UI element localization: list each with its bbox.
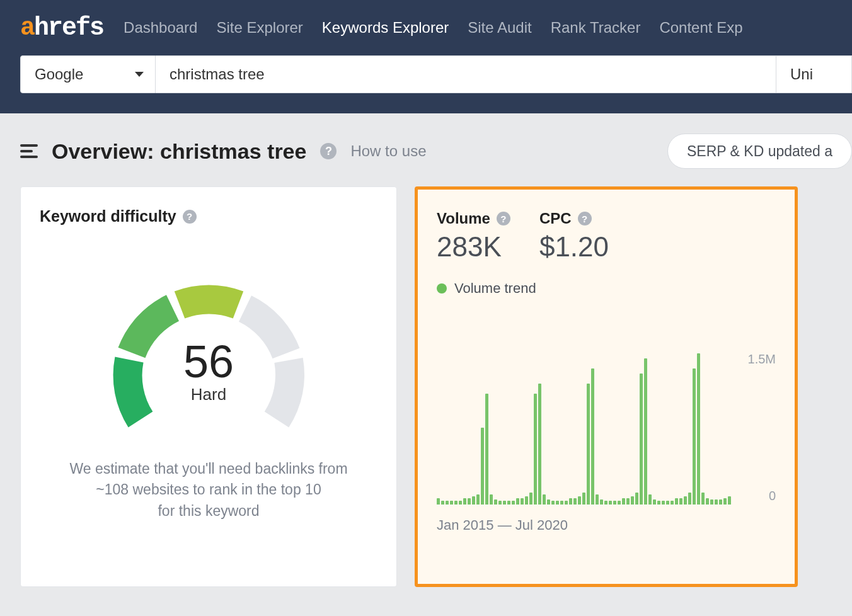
cpc-metric: CPC ? $1.20 xyxy=(539,210,609,263)
help-icon[interactable]: ? xyxy=(578,212,592,225)
gauge-wrap: 56 Hard xyxy=(40,276,377,402)
bar xyxy=(437,498,440,505)
date-range: Jan 2015 — Jul 2020 xyxy=(437,517,776,533)
bar xyxy=(600,499,603,505)
bar xyxy=(503,501,506,505)
bar xyxy=(679,498,682,505)
serp-updated-text: SERP & KD updated a xyxy=(687,143,832,160)
serp-updated-button[interactable]: SERP & KD updated a xyxy=(667,134,852,169)
bar xyxy=(635,493,638,505)
bar xyxy=(604,501,607,505)
help-icon[interactable]: ? xyxy=(497,212,510,225)
bar xyxy=(547,499,550,505)
bar xyxy=(507,501,510,505)
bar xyxy=(498,501,502,505)
bar xyxy=(675,498,678,505)
help-icon[interactable]: ? xyxy=(320,143,337,159)
bar xyxy=(640,374,643,505)
search-engine-select[interactable]: Google xyxy=(20,55,156,93)
volume-label-text: Volume xyxy=(437,210,490,227)
menu-icon[interactable] xyxy=(20,144,38,158)
nav-item-dashboard[interactable]: Dashboard xyxy=(124,19,197,37)
nav-item-rank-tracker[interactable]: Rank Tracker xyxy=(551,19,641,37)
nav-item-content-exp[interactable]: Content Exp xyxy=(659,19,742,37)
bar xyxy=(688,493,691,505)
bar xyxy=(472,496,475,505)
bar xyxy=(521,498,524,505)
chart-legend: Volume trend xyxy=(437,280,776,297)
bar xyxy=(631,496,634,505)
logo[interactable]: ahrefs xyxy=(20,14,103,42)
country-select[interactable]: Uni xyxy=(776,55,852,93)
bar xyxy=(644,358,647,505)
bar xyxy=(560,501,563,505)
keyword-difficulty-card: Keyword difficulty ? 56 Hard We estimate… xyxy=(20,186,397,587)
bar xyxy=(525,496,528,505)
chart-bars xyxy=(437,353,738,505)
bar xyxy=(468,498,471,505)
bar xyxy=(490,494,493,505)
bar xyxy=(441,501,444,505)
logo-a: a xyxy=(20,14,34,42)
bar xyxy=(459,501,462,505)
bar xyxy=(710,499,713,505)
bar xyxy=(693,368,696,505)
bar xyxy=(609,501,612,505)
bar xyxy=(573,498,577,505)
bar xyxy=(622,498,625,505)
bar xyxy=(538,384,541,505)
logo-text: hrefs xyxy=(34,14,103,42)
keyword-input[interactable] xyxy=(156,55,776,93)
nav-item-site-explorer[interactable]: Site Explorer xyxy=(216,19,302,37)
nav-links: DashboardSite ExplorerKeywords ExplorerS… xyxy=(124,19,742,37)
bar xyxy=(543,494,546,505)
bar xyxy=(723,498,727,505)
bar xyxy=(446,501,449,505)
bar xyxy=(684,496,687,505)
bar xyxy=(701,493,705,505)
bar xyxy=(565,501,568,505)
gauge-center: 56 Hard xyxy=(108,336,309,404)
how-to-use-link[interactable]: How to use xyxy=(350,142,426,160)
bar xyxy=(648,494,652,505)
legend-text: Volume trend xyxy=(454,280,536,297)
kd-title: Keyword difficulty ? xyxy=(40,207,377,225)
bar xyxy=(476,494,480,505)
bar xyxy=(715,499,718,505)
bar xyxy=(494,499,497,505)
kd-title-text: Keyword difficulty xyxy=(40,207,176,225)
nav-item-site-audit[interactable]: Site Audit xyxy=(468,19,531,37)
bar xyxy=(485,394,488,505)
bar xyxy=(596,494,599,505)
y-axis-min: 0 xyxy=(769,489,776,503)
help-icon[interactable]: ? xyxy=(183,210,197,224)
bar xyxy=(591,368,594,505)
nav-row: ahrefs DashboardSite ExplorerKeywords Ex… xyxy=(20,0,852,55)
search-engine-value: Google xyxy=(35,66,83,83)
kd-desc-3: for this keyword xyxy=(46,501,371,522)
bar xyxy=(556,501,559,505)
nav-item-keywords-explorer[interactable]: Keywords Explorer xyxy=(322,19,449,37)
country-value: Uni xyxy=(790,66,813,83)
cpc-value: $1.20 xyxy=(539,231,609,263)
bar xyxy=(569,498,572,505)
volume-value: 283K xyxy=(437,231,510,263)
kd-desc-2: ~108 websites to rank in the top 10 xyxy=(46,479,371,500)
y-axis-max: 1.5M xyxy=(748,352,776,367)
bar xyxy=(534,394,537,505)
y-axis: 1.5M 0 xyxy=(738,341,776,505)
bar xyxy=(516,498,519,505)
cpc-label: CPC ? xyxy=(539,210,609,227)
bar xyxy=(454,501,458,505)
bar xyxy=(481,428,484,505)
bar xyxy=(450,501,453,505)
volume-header: Volume ? 283K CPC ? $1.20 xyxy=(437,210,776,263)
bar xyxy=(618,501,621,505)
bar xyxy=(666,501,669,505)
bar xyxy=(697,353,700,505)
top-bar: ahrefs DashboardSite ExplorerKeywords Ex… xyxy=(0,0,852,113)
bar xyxy=(587,384,590,505)
cpc-label-text: CPC xyxy=(539,210,572,227)
volume-trend-chart[interactable]: 1.5M 0 xyxy=(437,341,776,505)
bar xyxy=(578,496,581,505)
